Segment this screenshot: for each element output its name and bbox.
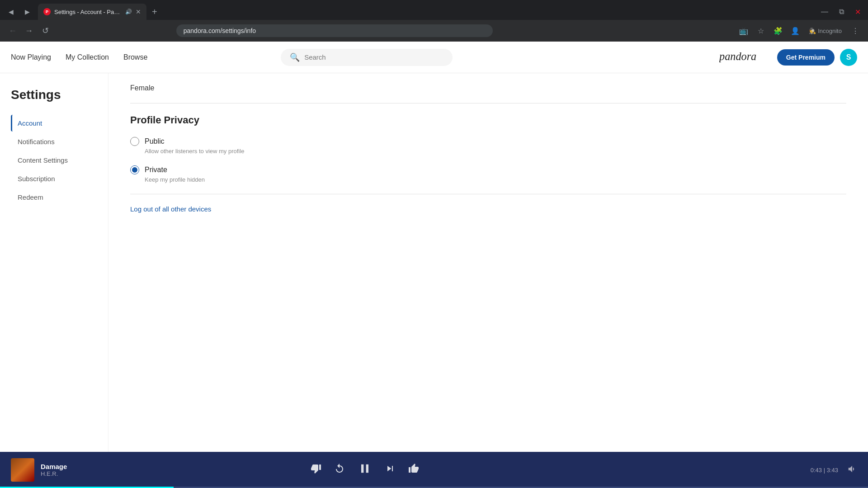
- top-nav: Now Playing My Collection Browse 🔍 pando…: [0, 42, 868, 73]
- time-separator: |: [824, 467, 827, 474]
- svg-text:pandora: pandora: [719, 50, 756, 62]
- track-thumbnail: [11, 458, 34, 482]
- incognito-label: Incognito: [818, 28, 842, 34]
- privacy-option-public: Public Allow other listeners to view my …: [130, 137, 846, 155]
- section-divider-top: [130, 103, 846, 103]
- reload-btn[interactable]: ↺: [38, 23, 52, 38]
- tab-back-btn[interactable]: ◀: [4, 5, 18, 19]
- track-artist: H.E.R.: [41, 470, 67, 477]
- window-minimize-btn[interactable]: —: [817, 6, 832, 18]
- address-bar: ← → ↺ 📺 ☆ 🧩 👤 🕵 Incognito ⋮: [0, 20, 868, 42]
- private-description: Keep my profile hidden: [145, 176, 846, 183]
- volume-btn[interactable]: [847, 464, 857, 476]
- tab-audio-icon: 🔊: [125, 9, 132, 15]
- profile-privacy-title: Profile Privacy: [130, 114, 846, 126]
- private-label-row: Private: [130, 165, 846, 174]
- extensions-icon[interactable]: 🧩: [771, 23, 785, 38]
- browser-toolbar-icons: 📺 ☆ 🧩 👤 🕵 Incognito ⋮: [736, 23, 863, 38]
- time-current: 0:43: [811, 467, 822, 474]
- sidebar: Settings Account Notifications Content S…: [0, 73, 108, 452]
- new-tab-btn[interactable]: +: [148, 5, 161, 19]
- thumbs-down-btn[interactable]: [311, 463, 321, 477]
- incognito-icon: 🕵: [809, 28, 816, 34]
- url-input[interactable]: [176, 24, 493, 37]
- app-content: Now Playing My Collection Browse 🔍 pando…: [0, 42, 868, 452]
- more-options-icon[interactable]: ⋮: [848, 23, 863, 38]
- profile-icon[interactable]: 👤: [788, 23, 802, 38]
- sidebar-nav: Account Notifications Content Settings S…: [11, 115, 97, 206]
- public-description: Allow other listeners to view my profile: [145, 148, 846, 155]
- now-playing-bar: Damage H.E.R. 0:43 | 3:43: [0, 452, 868, 488]
- skip-btn[interactable]: [385, 463, 396, 477]
- active-tab[interactable]: P Settings - Account - Pando... 🔊 ✕: [38, 4, 146, 20]
- logout-all-devices-link[interactable]: Log out of all other devices: [130, 205, 211, 213]
- search-icon: 🔍: [290, 52, 300, 62]
- gender-value: Female: [130, 84, 846, 92]
- sidebar-item-subscription[interactable]: Subscription: [11, 170, 97, 187]
- window-controls: — ⧉ ✕: [817, 6, 864, 18]
- section-divider-bottom: [130, 194, 846, 194]
- sidebar-item-content-settings[interactable]: Content Settings: [11, 152, 97, 169]
- cast-icon[interactable]: 📺: [736, 23, 751, 38]
- player-controls: [311, 461, 419, 479]
- track-text: Damage H.E.R.: [41, 463, 67, 477]
- tab-favicon: P: [43, 8, 51, 15]
- settings-title: Settings: [11, 88, 97, 102]
- nav-now-playing[interactable]: Now Playing: [11, 53, 51, 61]
- replay-btn[interactable]: [334, 463, 345, 477]
- get-premium-button[interactable]: Get Premium: [777, 49, 835, 66]
- thumbs-up-btn[interactable]: [408, 463, 419, 477]
- back-btn[interactable]: ←: [5, 23, 20, 38]
- pause-btn[interactable]: [358, 461, 372, 479]
- sidebar-item-redeem[interactable]: Redeem: [11, 189, 97, 206]
- time-display: 0:43 | 3:43: [811, 467, 838, 474]
- track-title: Damage: [41, 463, 67, 470]
- nav-my-collection[interactable]: My Collection: [66, 53, 109, 61]
- window-maximize-btn[interactable]: ⧉: [835, 6, 848, 18]
- window-close-btn[interactable]: ✕: [851, 6, 864, 18]
- tab-forward-btn[interactable]: ▶: [20, 5, 34, 19]
- browser-chrome: ◀ ▶ P Settings - Account - Pando... 🔊 ✕ …: [0, 0, 868, 42]
- sidebar-item-notifications[interactable]: Notifications: [11, 133, 97, 150]
- user-avatar[interactable]: S: [840, 49, 857, 66]
- main-layout: Settings Account Notifications Content S…: [0, 73, 868, 452]
- nav-browse[interactable]: Browse: [123, 53, 147, 61]
- privacy-option-private: Private Keep my profile hidden: [130, 165, 846, 183]
- time-total: 3:43: [827, 467, 838, 474]
- search-bar[interactable]: 🔍: [281, 49, 453, 66]
- nav-controls: ← → ↺: [5, 23, 52, 38]
- search-input[interactable]: [304, 53, 443, 61]
- track-info: Damage H.E.R.: [11, 458, 110, 482]
- private-label[interactable]: Private: [145, 166, 167, 174]
- privacy-radio-group: Public Allow other listeners to view my …: [130, 137, 846, 183]
- sidebar-item-account[interactable]: Account: [11, 115, 97, 131]
- public-radio[interactable]: [130, 137, 139, 146]
- pandora-logo: pandora: [719, 50, 770, 65]
- content-area: Female Profile Privacy Public Allow othe…: [108, 73, 868, 452]
- track-thumbnail-image: [11, 458, 34, 482]
- bookmark-icon[interactable]: ☆: [754, 23, 768, 38]
- incognito-badge: 🕵 Incognito: [805, 26, 845, 36]
- forward-btn[interactable]: →: [22, 23, 36, 38]
- tab-close-btn[interactable]: ✕: [136, 8, 141, 15]
- tab-title: Settings - Account - Pando...: [54, 9, 122, 15]
- private-radio[interactable]: [130, 165, 139, 174]
- tab-bar: ◀ ▶ P Settings - Account - Pando... 🔊 ✕ …: [0, 0, 868, 20]
- public-label[interactable]: Public: [145, 137, 165, 145]
- public-label-row: Public: [130, 137, 846, 146]
- nav-links: Now Playing My Collection Browse: [11, 53, 147, 61]
